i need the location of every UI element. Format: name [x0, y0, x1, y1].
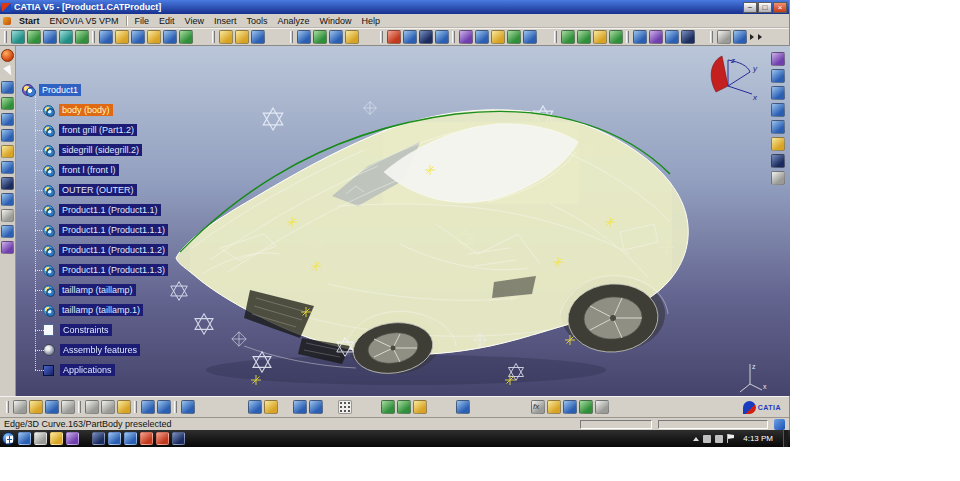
cut-icon[interactable] [85, 400, 99, 414]
tree-node-product1-1-3[interactable]: Product1.1 (Product1.1.3) [22, 260, 232, 280]
menu-help[interactable]: Help [357, 15, 386, 27]
sectioning-icon[interactable] [403, 30, 417, 44]
measure-between-icon[interactable] [435, 30, 449, 44]
tree-node-front-l[interactable]: front l (front l) [22, 160, 232, 180]
measure-inertia-icon[interactable] [475, 30, 489, 44]
zoom-in-icon[interactable] [1, 113, 14, 126]
fix-together-icon[interactable] [593, 30, 607, 44]
product-node-icon[interactable] [42, 204, 56, 217]
product-node-icon[interactable] [42, 244, 56, 257]
named-views-icon[interactable] [771, 137, 785, 151]
minimize-button[interactable] [743, 2, 757, 13]
tree-node-label[interactable]: Applications [60, 364, 115, 376]
product-node-icon[interactable] [42, 264, 56, 277]
fix-constraint-icon[interactable] [577, 30, 591, 44]
toolbar-drag-handle[interactable] [78, 401, 81, 413]
help-icon[interactable] [181, 400, 195, 414]
tree-node-label[interactable]: taillamp (taillamp) [59, 284, 136, 296]
angle-constraint-icon[interactable] [561, 30, 575, 44]
toolbar-drag-handle[interactable] [6, 401, 9, 413]
internet-explorer-icon[interactable] [108, 432, 121, 445]
pinned-app-10[interactable] [172, 432, 185, 445]
menu-file[interactable]: File [130, 15, 155, 27]
tree-node-product1-1-2[interactable]: Product1.1 (Product1.1.2) [22, 240, 232, 260]
menu-start[interactable]: Start [14, 15, 45, 27]
new-component-icon[interactable] [99, 30, 113, 44]
knowledge-template-icon[interactable] [293, 400, 307, 414]
menu-view[interactable]: View [180, 15, 209, 27]
swap-visible-icon[interactable] [1, 193, 14, 206]
toolbar-drag-handle[interactable] [134, 401, 137, 413]
isometric-cube-icon[interactable] [456, 400, 470, 414]
flexible-rigid-icon[interactable] [633, 30, 647, 44]
fit-all-icon[interactable] [1, 145, 14, 158]
tree-node-assembly-features[interactable]: Assembly features [22, 340, 232, 360]
normal-view-icon[interactable] [1, 161, 14, 174]
tree-node-label[interactable]: sidegrill (sidegrill.2) [59, 144, 142, 156]
toolbar-drag-handle[interactable] [554, 31, 557, 43]
paste-special-icon[interactable] [219, 30, 233, 44]
product-node-icon[interactable] [22, 84, 36, 97]
quick-constraint-icon[interactable] [609, 30, 623, 44]
full-screen-icon[interactable] [771, 171, 785, 185]
tree-node-label[interactable]: OUTER (OUTER) [59, 184, 137, 196]
tree-graph-icon[interactable] [771, 52, 785, 66]
explode-icon[interactable] [345, 30, 359, 44]
shading-view-icon[interactable] [1, 225, 14, 238]
tree-node-label[interactable]: front l (front l) [59, 164, 119, 176]
product-node-icon[interactable] [42, 224, 56, 237]
left-view-icon[interactable] [771, 120, 785, 134]
measure-item-icon[interactable] [459, 30, 473, 44]
part-node-icon[interactable] [42, 164, 56, 177]
toolbar-drag-handle[interactable] [290, 31, 293, 43]
assembly-features-node-icon[interactable] [43, 344, 55, 356]
action-center-icon[interactable] [727, 434, 735, 443]
media-player-icon[interactable] [66, 432, 79, 445]
tree-node-product1-1-1[interactable]: Product1.1 (Product1.1.1) [22, 220, 232, 240]
tree-node-outer[interactable]: OUTER (OUTER) [22, 180, 232, 200]
tree-node-label[interactable]: Product1.1 (Product1.1.2) [59, 244, 168, 256]
maximize-button[interactable] [758, 2, 772, 13]
manipulate-icon[interactable] [313, 30, 327, 44]
vpm-save-icon[interactable] [43, 30, 57, 44]
hide-show-icon[interactable] [1, 177, 14, 190]
top-view-icon[interactable] [771, 103, 785, 117]
vpm-refresh-icon[interactable] [75, 30, 89, 44]
part-node-icon[interactable] [42, 184, 56, 197]
tree-node-product1[interactable]: Product1 [22, 80, 232, 100]
catalog-icon[interactable] [717, 30, 731, 44]
copy-icon[interactable] [101, 400, 115, 414]
change-constraint-icon[interactable] [649, 30, 663, 44]
pan-icon[interactable] [1, 81, 14, 94]
render-style-icon[interactable] [771, 154, 785, 168]
tree-node-front-grill[interactable]: front grill (Part1.2) [22, 120, 232, 140]
tree-node-body[interactable]: body (body) [22, 100, 232, 120]
tree-node-product1-1[interactable]: Product1.1 (Product1.1) [22, 200, 232, 220]
checks-icon[interactable] [579, 400, 593, 414]
toolbar-drag-handle[interactable] [4, 31, 7, 43]
hidden-icons-arrow[interactable] [693, 437, 699, 441]
tree-node-constraints[interactable]: Constraints [22, 320, 232, 340]
multi-instantiation-icon[interactable] [251, 30, 265, 44]
snap-icon[interactable] [329, 30, 343, 44]
undo-icon[interactable] [141, 400, 155, 414]
measure-inertia-icon[interactable] [413, 400, 427, 414]
redo-icon[interactable] [157, 400, 171, 414]
update-all-icon[interactable] [681, 30, 695, 44]
annotation-icon[interactable] [547, 400, 561, 414]
toolbar-drag-handle[interactable] [174, 401, 177, 413]
clash-icon[interactable] [387, 30, 401, 44]
new-product-icon[interactable] [115, 30, 129, 44]
hyperlink-icon[interactable] [248, 400, 262, 414]
wireframe-view-icon[interactable] [1, 209, 14, 222]
toolbar-overflow-chevron[interactable] [758, 34, 762, 40]
existing-component-icon[interactable] [147, 30, 161, 44]
pinned-app-2[interactable] [34, 432, 47, 445]
menu-edit[interactable]: Edit [154, 15, 180, 27]
constraints-node-icon[interactable] [43, 324, 54, 336]
tree-node-label[interactable]: body (body) [59, 104, 113, 116]
toolbar-drag-handle[interactable] [710, 31, 713, 43]
rules-icon[interactable] [563, 400, 577, 414]
tree-node-label[interactable]: taillamp (taillamp.1) [59, 304, 143, 316]
pinned-app-1[interactable] [18, 432, 31, 445]
